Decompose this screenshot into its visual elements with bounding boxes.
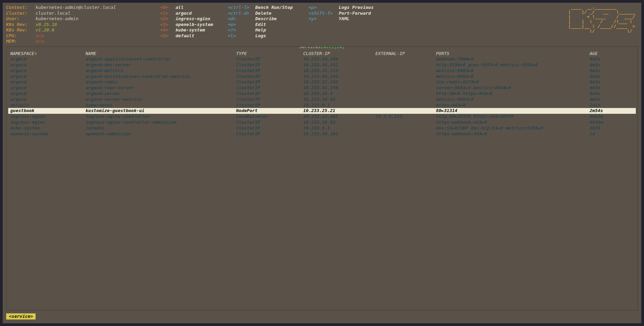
cell-age: 2d1h: [588, 103, 636, 108]
table-row[interactable]: argocd argocd-dex-server ClusterIP 10.23…: [8, 62, 636, 68]
cluster-info-value: cluster.local: [36, 11, 70, 16]
hotkey: <ctrl-d> Delete: [228, 11, 309, 16]
hotkey: <e> Edit: [228, 22, 309, 28]
k9s-terminal-screen: Context: kubernetes-admin@cluster.local …: [3, 3, 641, 323]
table-row[interactable]: argocd argocd-metrics ClusterIP 10.233.2…: [8, 68, 636, 74]
hotkey-key: <shift-f>: [309, 11, 339, 16]
cell-age: 6m3s: [588, 56, 636, 62]
hotkey: <ctrl-l> Bench Run/Stop: [228, 5, 309, 11]
namespace-shortcut: <3> openelb-system: [160, 22, 228, 28]
cell-namespace: argocd: [8, 62, 83, 68]
cluster-info-value: n/a: [36, 39, 43, 44]
table-header-row: NAMESPACE↑ NAME TYPE CLUSTER-IP EXTERNAL…: [8, 51, 636, 57]
hotkey-label: Help: [255, 27, 266, 33]
hotkeys-column-1: <ctrl-l> Bench Run/Stop <ctrl-d> Delete …: [228, 5, 309, 39]
cell-ports: http:80►0 https:443►0: [434, 91, 588, 97]
namespace-shortcut-key: <1>: [160, 11, 176, 16]
cell-cluster-ip: 10.233.56.252: [301, 62, 373, 68]
hotkey-key: <e>: [228, 22, 255, 28]
cell-name: argocd-server-metrics: [83, 97, 234, 103]
hotkey-key: <y>: [309, 16, 339, 22]
cell-ports: tcp-redis:6379►0: [434, 79, 588, 85]
cell-age: 6m3s: [588, 85, 636, 91]
cluster-info-line: Cluster: cluster.local: [6, 11, 160, 16]
column-header-type[interactable]: TYPE: [234, 51, 301, 57]
cluster-info-line: K9s Rev: v0.25.18: [6, 22, 160, 28]
cell-external-ip: [373, 108, 434, 114]
hotkey: <d> Describe: [228, 16, 309, 22]
cell-namespace: argocd: [8, 79, 83, 85]
cell-cluster-ip: 10.233.22.115: [301, 68, 373, 74]
column-header-cluster-ip[interactable]: CLUSTER-IP: [301, 51, 373, 57]
namespace-shortcut-key: <4>: [160, 27, 176, 33]
table-row[interactable]: argocd argocd-applicationset-controller …: [8, 56, 636, 62]
table-title-count: [14]: [334, 46, 345, 49]
cell-name: argocd-dex-server: [83, 62, 234, 68]
breadcrumb-bar: <service>: [6, 312, 638, 321]
cell-namespace: openelb-system: [8, 131, 83, 137]
breadcrumb-service[interactable]: <service>: [6, 313, 36, 320]
cell-namespace: ingress-nginx: [8, 120, 83, 125]
cluster-info-value: kubernetes-admin: [36, 16, 78, 22]
table-row[interactable]: kube-system coredns ClusterIP 10.233.0.3…: [8, 125, 636, 131]
cell-ports: metrics:9001►0: [434, 74, 588, 80]
cell-cluster-ip: 10.233.51.192: [301, 79, 373, 85]
column-header-namespace-label: NAMESPACE: [10, 51, 34, 56]
table-row[interactable]: argocd argocd-server ClusterIP 10.233.35…: [8, 91, 636, 97]
cell-ports: http:80►31568 https:443►30749: [434, 114, 588, 120]
namespace-shortcut-key: <0>: [160, 5, 176, 11]
table-row[interactable]: argocd argocd-server-metrics ClusterIP 1…: [8, 97, 636, 103]
hotkey-key: <ctrl-d>: [228, 11, 255, 16]
table-row[interactable]: argocd argocd-notifications-controller-m…: [8, 74, 636, 80]
cell-age: 6m3s: [588, 68, 636, 74]
hotkey-label: Describe: [255, 16, 277, 22]
table-row[interactable]: openelb-system openelb-admission Cluster…: [8, 131, 636, 137]
cell-external-ip: [373, 68, 434, 74]
hotkey-label: Bench Run/Stop: [255, 5, 293, 11]
table-row[interactable]: ingress-nginx ingress-nginx-controller-a…: [8, 120, 636, 125]
cluster-info-line: K8s Rev: v1.20.6: [6, 27, 160, 33]
cell-cluster-ip: 10.233.16.63: [301, 97, 373, 103]
cell-name: openelb-admission: [83, 131, 234, 137]
cell-external-ip: [373, 97, 434, 103]
hotkey-key: <d>: [228, 16, 255, 22]
cell-namespace: kube-system: [8, 125, 83, 131]
table-row[interactable]: default kubernetes ClusterIP 10.233.0.1 …: [8, 103, 636, 108]
cell-type: ClusterIP: [234, 74, 301, 80]
cell-name: argocd-notifications-controller-metrics: [83, 74, 234, 80]
cell-namespace: ingress-nginx: [8, 114, 83, 120]
column-header-name[interactable]: NAME: [83, 51, 234, 57]
table-row[interactable]: argocd argocd-redis ClusterIP 10.233.51.…: [8, 79, 636, 85]
hotkey: <?> Help: [228, 27, 309, 33]
hotkey-label: YAML: [339, 16, 349, 22]
cell-external-ip: [373, 120, 434, 125]
cluster-info-label: K9s Rev:: [6, 22, 36, 28]
cluster-info-value: v1.20.6: [36, 27, 54, 33]
column-header-namespace[interactable]: NAMESPACE↑: [8, 51, 83, 57]
table-row[interactable]: argocd argocd-repo-server ClusterIP 10.2…: [8, 85, 636, 91]
column-header-ports[interactable]: PORTS: [434, 51, 588, 57]
cell-external-ip: [373, 91, 434, 97]
cluster-info-value: v0.25.18: [36, 22, 57, 28]
cluster-info-value: n/a: [36, 33, 43, 39]
cell-external-ip: 10.1.6.233: [373, 114, 434, 120]
cell-cluster-ip: 10.233.56.146: [301, 74, 373, 80]
cluster-info-label: MEM:: [6, 39, 36, 44]
column-header-age[interactable]: AGE: [588, 51, 636, 57]
table-row[interactable]: ingress-nginx ingress-nginx-controller L…: [8, 114, 636, 120]
hotkey: <y> YAML: [309, 16, 411, 22]
table-row[interactable]: guestbook kustomize-guestbook-ui NodePor…: [8, 108, 636, 114]
cell-cluster-ip: 10.233.41.149: [301, 85, 373, 91]
namespace-shortcut-label: openelb-system: [176, 22, 213, 28]
cell-external-ip: [373, 56, 434, 62]
cell-ports: https:443►0: [434, 103, 588, 108]
sort-arrow-icon: ↑: [34, 51, 37, 56]
namespace-shortcut-key: <3>: [160, 22, 176, 28]
cell-cluster-ip: 10.233.25.21: [301, 108, 373, 114]
cell-namespace: guestbook: [8, 108, 83, 114]
cell-external-ip: [373, 85, 434, 91]
cell-cluster-ip: 10.233.59.103: [301, 131, 373, 137]
namespace-shortcut-label: default: [176, 33, 194, 39]
column-header-external-ip[interactable]: EXTERNAL-IP: [373, 51, 434, 57]
cell-external-ip: [373, 125, 434, 131]
